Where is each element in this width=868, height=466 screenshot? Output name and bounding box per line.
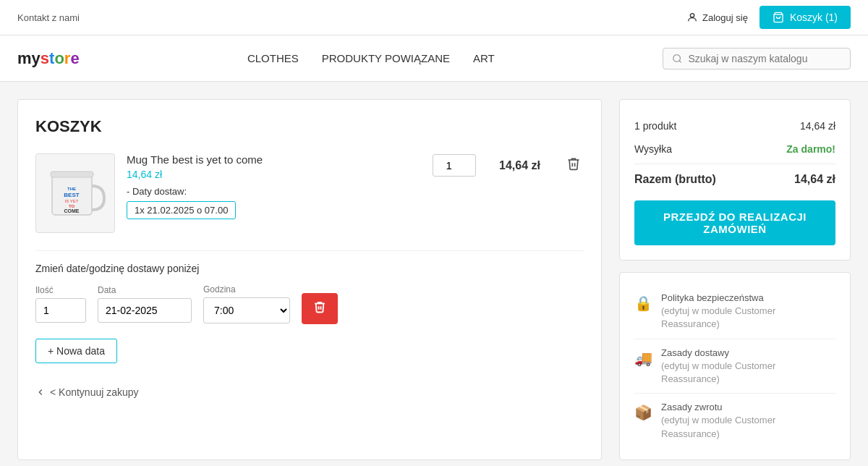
summary-shipping-row: Wysyłka Za darmo!: [634, 137, 835, 161]
logo-r: r: [64, 49, 71, 68]
delivery-date-tag: 1x 21.02.2025 o 07.00: [127, 201, 236, 219]
summary-shipping-value: Za darmo!: [786, 143, 835, 155]
mug-svg: THE BEST IS YET TO COME: [45, 161, 106, 226]
delivery-fields: Ilość Data Godzina 7:00 8:00 9:00 10:00: [35, 283, 584, 324]
login-link[interactable]: Zaloguj się: [686, 12, 748, 23]
nav-clothes[interactable]: CLOTHES: [247, 52, 299, 64]
search-box: [663, 48, 851, 69]
delivery-time-select[interactable]: 7:00 8:00 9:00 10:00: [203, 297, 290, 323]
delivery-icon: 🚚: [634, 348, 652, 368]
summary-product-row: 1 produkt 14,64 zł: [634, 114, 835, 137]
contact-link[interactable]: Kontakt z nami: [17, 12, 80, 23]
date-field-label: Data: [98, 285, 192, 295]
summary-product-value: 14,64 zł: [800, 120, 835, 132]
svg-text:THE: THE: [67, 187, 76, 191]
reassurance-delivery: 🚚 Zasady dostawy(edytuj w module Custome…: [634, 339, 835, 394]
returns-text: Zasady zwrotu(edytuj w module Customer R…: [661, 401, 835, 441]
delivery-change: Zmień date/godzinę dostawy poniżej Ilość…: [35, 263, 584, 324]
time-field-label: Godzina: [203, 284, 290, 295]
search-icon: [672, 53, 682, 64]
cart-section: KOSZYK THE BEST IS YET: [17, 99, 602, 460]
reassurance-returns: 📦 Zasady zwrotu(edytuj w module Customer…: [634, 394, 835, 448]
checkout-button[interactable]: PRZEJDŹ DO REALIZACJI ZAMÓWIEŃ: [634, 200, 835, 245]
delivery-qty-input[interactable]: [35, 298, 86, 323]
delete-item-button[interactable]: [563, 153, 584, 177]
cart-item: THE BEST IS YET TO COME Mug The best is …: [35, 153, 584, 251]
summary-shipping-label: Wysyłka: [634, 143, 672, 155]
cart-title: KOSZYK: [35, 117, 584, 136]
nav-art[interactable]: ART: [473, 52, 495, 64]
delivery-date-input[interactable]: [98, 298, 192, 323]
item-qty-input[interactable]: [433, 154, 476, 177]
new-date-button[interactable]: + Nowa data: [35, 339, 117, 363]
trash-icon-red: [313, 300, 326, 313]
product-image: THE BEST IS YET TO COME: [35, 153, 115, 233]
delivery-label: - Daty dostaw:: [127, 186, 421, 197]
topbar: Kontakt z nami Zaloguj się Koszyk (1): [0, 0, 868, 35]
delivery-policy-text: Zasady dostawy(edytuj w module Customer …: [661, 347, 835, 386]
qty-field-label: Ilość: [35, 285, 86, 295]
svg-point-0: [690, 14, 694, 17]
svg-text:COME: COME: [64, 208, 79, 213]
reassurance-security: 🔒 Polityka bezpieczeństwa(edytuj w modul…: [634, 284, 835, 339]
summary-product-label: 1 produkt: [634, 120, 676, 132]
topbar-right: Zaloguj się Koszyk (1): [686, 6, 851, 29]
logo-my: my: [17, 49, 41, 68]
cart-button[interactable]: Koszyk (1): [760, 6, 851, 29]
qty-field-group: Ilość: [35, 285, 86, 323]
product-details: Mug The best is yet to come 14,64 zł - D…: [127, 153, 421, 219]
svg-point-2: [673, 54, 681, 62]
cart-icon: [773, 12, 784, 23]
person-icon: [686, 12, 698, 23]
svg-text:IS YET: IS YET: [64, 199, 78, 203]
logo-o: o: [54, 49, 64, 68]
product-name: Mug The best is yet to come: [127, 153, 421, 166]
returns-icon: 📦: [634, 402, 652, 423]
security-text: Polityka bezpieczeństwa(edytuj w module …: [661, 292, 835, 331]
summary-sidebar: 1 produkt 14,64 zł Wysyłka Za darmo! Raz…: [619, 99, 851, 460]
logo-s: s: [41, 49, 49, 68]
continue-shopping-link[interactable]: < Kontynuuj zakupy: [35, 381, 584, 404]
delivery-change-title: Zmień date/godzinę dostawy poniżej: [35, 263, 584, 274]
security-icon: 🔒: [634, 293, 652, 313]
search-input[interactable]: [688, 53, 841, 64]
summary-box: 1 produkt 14,64 zł Wysyłka Za darmo! Raz…: [619, 99, 851, 260]
logo-t: t: [49, 49, 54, 68]
summary-total-label: Razem (brutto): [634, 173, 716, 186]
summary-total-row: Razem (brutto) 14,64 zł: [634, 164, 835, 192]
main-content: KOSZYK THE BEST IS YET: [0, 82, 868, 466]
reassurance-box: 🔒 Polityka bezpieczeństwa(edytuj w modul…: [619, 272, 851, 460]
time-field-group: Godzina 7:00 8:00 9:00 10:00: [203, 284, 290, 323]
item-total: 14,64 zł: [499, 159, 540, 172]
logo-e: e: [70, 49, 79, 68]
item-controls: 14,64 zł: [433, 153, 584, 177]
trash-icon: [566, 156, 581, 171]
nav-produkty[interactable]: PRODUKTY POWIĄZANE: [322, 52, 450, 64]
delete-delivery-row-button[interactable]: [302, 293, 338, 324]
svg-line-3: [679, 60, 681, 62]
product-price: 14,64 zł: [127, 169, 421, 180]
chevron-left-icon: [35, 387, 46, 397]
svg-rect-5: [51, 171, 93, 177]
logo[interactable]: my store: [17, 49, 80, 68]
summary-total-value: 14,64 zł: [794, 173, 835, 186]
date-field-group: Data: [98, 285, 192, 323]
svg-text:BEST: BEST: [64, 192, 79, 198]
mug-illustration: THE BEST IS YET TO COME: [39, 157, 111, 229]
main-nav: CLOTHES PRODUKTY POWIĄZANE ART: [247, 52, 495, 64]
header: my store CLOTHES PRODUKTY POWIĄZANE ART: [0, 35, 868, 82]
